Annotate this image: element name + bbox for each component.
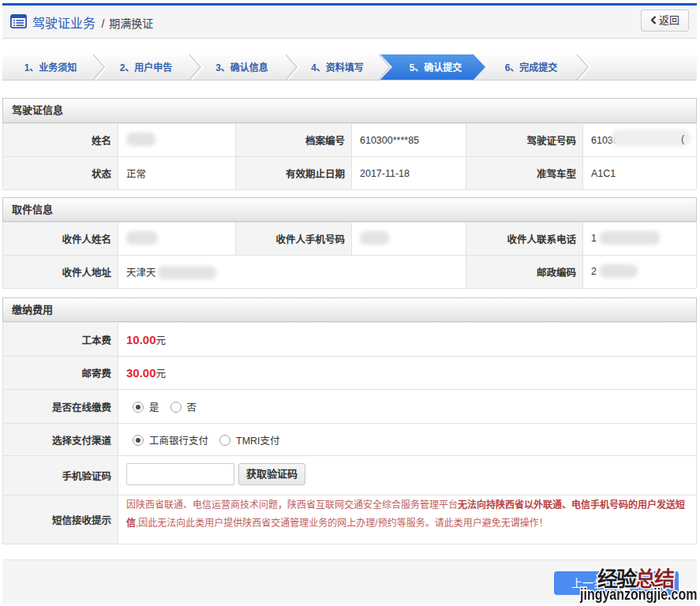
svg-text:4、资料填写: 4、资料填写 <box>311 62 364 73</box>
svg-text:5、确认提交: 5、确认提交 <box>410 62 462 73</box>
svg-text:6、完成提交: 6、完成提交 <box>505 62 558 73</box>
svg-text:1、业务须知: 1、业务须知 <box>24 62 77 73</box>
svg-text:3、确认信息: 3、确认信息 <box>215 62 268 73</box>
svg-text:2、用户申告: 2、用户申告 <box>120 62 173 73</box>
